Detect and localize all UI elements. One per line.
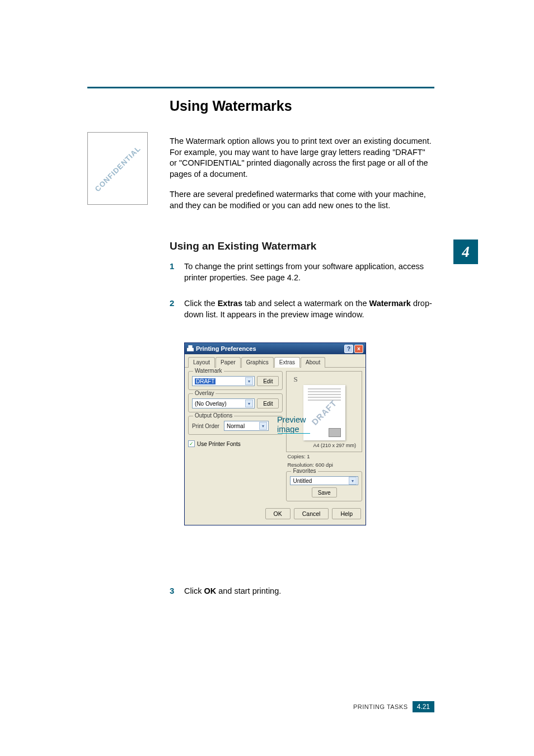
output-options-group: Output Options Print Order Normal ▾ bbox=[188, 416, 283, 435]
output-group-title: Output Options bbox=[193, 412, 234, 419]
anno-line2: image bbox=[277, 425, 299, 434]
page-thumbnail: DRAFT bbox=[303, 385, 345, 440]
s2b: tab and select a watermark on the bbox=[242, 299, 369, 308]
s2-bold-extras: Extras bbox=[218, 299, 242, 308]
print-order-combo[interactable]: Normal ▾ bbox=[224, 421, 269, 431]
step-3-text: Click OK and start printing. bbox=[184, 586, 433, 597]
chevron-down-icon: ▾ bbox=[245, 377, 253, 385]
step-2-text: Click the Extras tab and select a waterm… bbox=[184, 298, 433, 320]
chevron-down-icon: ▾ bbox=[245, 400, 253, 407]
copies-info: Copies: 1 bbox=[286, 452, 362, 461]
step-3-number: 3 bbox=[170, 586, 174, 595]
subsection-title: Using an Existing Watermark bbox=[170, 240, 316, 252]
annotation-leader-line bbox=[278, 433, 310, 434]
dialog-title: Printing Preferences bbox=[196, 345, 256, 352]
favorites-combo[interactable]: Untitled ▾ bbox=[290, 476, 358, 485]
confidential-thumbnail: CONFIDENTIAL bbox=[87, 132, 148, 205]
step-2-number: 2 bbox=[170, 298, 174, 308]
favorites-save-button[interactable]: Save bbox=[312, 487, 337, 497]
ok-button[interactable]: OK bbox=[265, 508, 291, 519]
printing-preferences-dialog: Printing Preferences ? × Layout Paper Gr… bbox=[184, 342, 366, 525]
chevron-down-icon: ▾ bbox=[259, 422, 267, 430]
print-order-value: Normal bbox=[227, 423, 245, 429]
favorites-group: Favorites Untitled ▾ Save bbox=[286, 471, 362, 501]
anno-line1: Preview bbox=[277, 415, 306, 424]
intro-paragraph-1: The Watermark option allows you to print… bbox=[170, 136, 433, 180]
tab-extras[interactable]: Extras bbox=[274, 357, 300, 368]
preview-annotation: Preview image bbox=[277, 415, 306, 435]
favorites-title: Favorites bbox=[291, 468, 317, 474]
tab-layout[interactable]: Layout bbox=[188, 357, 215, 368]
confidential-watermark-text: CONFIDENTIAL bbox=[93, 144, 142, 193]
paper-size-label: A4 (210 x 297 mm) bbox=[313, 443, 358, 448]
tab-paper[interactable]: Paper bbox=[216, 357, 241, 368]
favorites-value: Untitled bbox=[293, 478, 312, 484]
cancel-button[interactable]: Cancel bbox=[294, 508, 329, 519]
s3b: and start printing. bbox=[216, 586, 281, 595]
close-titlebar-button[interactable]: × bbox=[354, 345, 363, 353]
tab-about[interactable]: About bbox=[301, 357, 325, 368]
chevron-down-icon: ▾ bbox=[349, 477, 357, 485]
step-1-text-after: . bbox=[298, 273, 301, 282]
step-1-text-before: To change the print settings from your s… bbox=[184, 262, 424, 282]
preview-watermark-text: DRAFT bbox=[310, 398, 338, 426]
preview-pane: S DRAFT A4 (210 x 297 mm) bbox=[286, 371, 362, 452]
section-title: Using Watermarks bbox=[170, 98, 292, 114]
s-letter-icon: S bbox=[293, 375, 297, 384]
page-footer: PRINTING TASKS 4.21 bbox=[87, 701, 434, 712]
watermark-group-title: Watermark bbox=[193, 368, 224, 374]
overlay-combo-value: (No Overlay) bbox=[195, 401, 227, 407]
watermark-edit-button[interactable]: Edit bbox=[257, 376, 279, 386]
overlay-combo[interactable]: (No Overlay) ▾ bbox=[192, 398, 255, 408]
intro-paragraph-2: There are several predefined watermarks … bbox=[170, 189, 433, 211]
tab-graphics[interactable]: Graphics bbox=[241, 357, 274, 368]
footer-section-label: PRINTING TASKS bbox=[353, 703, 408, 710]
s2-bold-watermark: Watermark bbox=[369, 299, 410, 308]
step-1-text: To change the print settings from your s… bbox=[184, 261, 433, 283]
s2a: Click the bbox=[184, 299, 218, 308]
thumbnail-image-icon bbox=[329, 428, 341, 437]
s3-bold-ok: OK bbox=[204, 586, 216, 595]
dialog-titlebar[interactable]: Printing Preferences ? × bbox=[185, 343, 366, 354]
help-button[interactable]: Help bbox=[332, 508, 361, 519]
printer-icon bbox=[187, 345, 194, 352]
overlay-group: Overlay (No Overlay) ▾ Edit bbox=[188, 393, 283, 412]
overlay-group-title: Overlay bbox=[193, 390, 216, 396]
overlay-edit-button[interactable]: Edit bbox=[257, 398, 279, 408]
s3a: Click bbox=[184, 586, 204, 595]
use-printer-fonts-checkbox[interactable]: ✓ bbox=[188, 440, 195, 447]
print-order-label: Print Order bbox=[192, 423, 219, 429]
watermark-group: Watermark DRAFT ▾ Edit bbox=[188, 371, 283, 390]
use-printer-fonts-row[interactable]: ✓ Use Printer Fonts bbox=[188, 440, 283, 447]
top-horizontal-rule bbox=[87, 87, 434, 88]
help-titlebar-button[interactable]: ? bbox=[344, 345, 353, 353]
use-printer-fonts-label: Use Printer Fonts bbox=[197, 441, 241, 447]
chapter-number-tab: 4 bbox=[453, 240, 478, 264]
step-1-link[interactable]: page 4.2 bbox=[267, 273, 298, 282]
step-1-number: 1 bbox=[170, 261, 174, 271]
footer-page-number: 4.21 bbox=[413, 701, 434, 712]
watermark-combo-value: DRAFT bbox=[195, 378, 216, 384]
dialog-tabs: Layout Paper Graphics Extras About bbox=[185, 354, 366, 368]
watermark-combo[interactable]: DRAFT ▾ bbox=[192, 376, 255, 386]
